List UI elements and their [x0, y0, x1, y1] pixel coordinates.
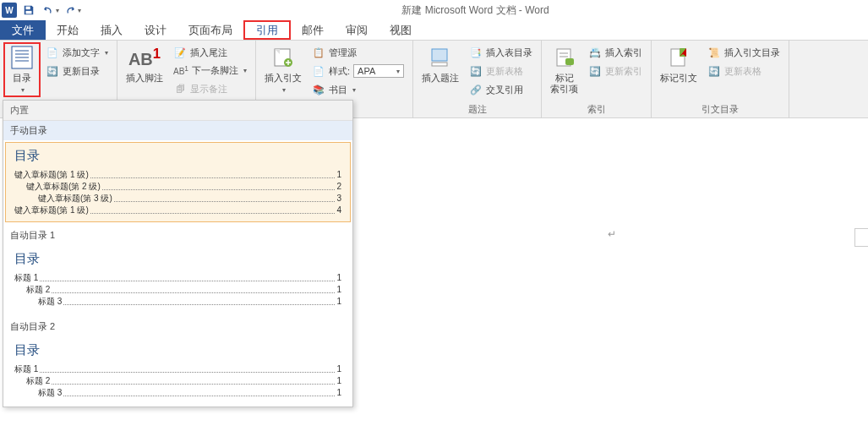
document-area[interactable]: ↵ [355, 127, 868, 442]
update-index-button: 🔄更新索引 [585, 63, 646, 79]
add-text-button[interactable]: 📄添加文字▾ [42, 44, 112, 61]
biblio-icon: 📚 [312, 83, 325, 96]
crossref-icon: 🔗 [469, 83, 483, 96]
update-icon: 🔄 [469, 64, 483, 78]
index-icon: 📇 [588, 46, 602, 59]
gallery-label-auto1: 自动目录 1 [3, 224, 352, 243]
cross-ref-button[interactable]: 🔗交叉引用 [466, 81, 536, 98]
tab-references[interactable]: 引用 [243, 20, 291, 40]
svg-rect-0 [26, 7, 30, 10]
style-icon: 📄 [312, 64, 325, 78]
toa-icon: 📜 [707, 46, 721, 59]
tab-design[interactable]: 设计 [134, 20, 177, 40]
insert-citation-button[interactable]: 插入引文▾ [259, 42, 307, 97]
group-label-toa: 引文目录 [655, 101, 785, 117]
ribbon-tabs: 文件 开始 插入 设计 页面布局 引用 邮件 审阅 视图 [0, 20, 868, 41]
mark-citation-button[interactable]: 标记引文 [655, 42, 702, 85]
tof-icon: 📑 [469, 46, 483, 59]
caption-icon [427, 44, 454, 71]
update-table-button: 🔄更新表格 [466, 63, 536, 79]
add-text-icon: 📄 [46, 46, 59, 59]
tab-file[interactable]: 文件 [0, 20, 46, 40]
notes-icon: 🗐 [173, 82, 187, 95]
tab-mailings[interactable]: 邮件 [291, 20, 335, 40]
window-title: 新建 Microsoft Word 文档 - Word [83, 3, 868, 18]
insert-tof-button[interactable]: 📑插入表目录 [466, 44, 536, 61]
endnote-icon: 📝 [173, 46, 187, 59]
group-captions: 插入题注 📑插入表目录 🔄更新表格 🔗交叉引用 题注 [413, 41, 542, 117]
insert-toa-button[interactable]: 📜插入引文目录 [704, 44, 783, 61]
title-bar: W ▾ ▾ 新建 Microsoft Word 文档 - Word [0, 0, 868, 20]
citation-icon [270, 44, 297, 71]
refresh-icon: 🔄 [46, 64, 59, 78]
tab-view[interactable]: 视图 [379, 20, 423, 40]
show-notes-button: 🗐显示备注 [170, 80, 250, 97]
svg-rect-10 [432, 63, 447, 66]
redo-icon[interactable]: ▾ [63, 1, 83, 19]
mark-entry-icon [551, 44, 578, 71]
undo-icon[interactable]: ▾ [41, 1, 61, 19]
insert-endnote-button[interactable]: 📝插入尾注 [170, 44, 250, 61]
tab-home[interactable]: 开始 [46, 20, 90, 40]
cursor-icon: ↵ [608, 228, 616, 240]
update-toa-button: 🔄更新表格 [704, 63, 783, 79]
tab-layout[interactable]: 页面布局 [177, 20, 243, 40]
save-icon[interactable] [19, 1, 39, 19]
toc-icon [8, 44, 35, 71]
group-label-captions: 题注 [417, 101, 538, 117]
insert-footnote-button[interactable]: AB1 插入脚注 [121, 42, 168, 85]
app-icon: W [2, 3, 17, 18]
manage-icon: 📋 [312, 46, 325, 59]
update-index-icon: 🔄 [588, 64, 602, 78]
group-toa: 标记引文 📜插入引文目录 🔄更新表格 引文目录 [652, 41, 789, 117]
bibliography-button[interactable]: 📚书目▾ [308, 81, 407, 98]
toc-option-manual[interactable]: 目录 键入章标题(第 1 级)1 键入章标题(第 2 级)2 键入章标题(第 3… [5, 142, 351, 222]
footnote-icon: AB1 [131, 44, 158, 71]
next-footnote-button[interactable]: AB1下一条脚注▾ [170, 63, 250, 79]
group-index: 标记 索引项 📇插入索引 🔄更新索引 索引 [542, 41, 652, 117]
gallery-header-builtin: 内置 [3, 101, 352, 121]
mark-citation-icon [665, 44, 692, 71]
update-toc-button[interactable]: 🔄更新目录 [42, 63, 112, 79]
group-label-index: 索引 [545, 101, 647, 117]
svg-rect-9 [432, 49, 447, 61]
citation-style-select[interactable]: 📄样式: APA▾ [308, 63, 407, 79]
tab-review[interactable]: 审阅 [335, 20, 379, 40]
manage-sources-button[interactable]: 📋管理源 [308, 44, 407, 61]
toc-option-auto1[interactable]: 目录 标题 11 标题 21 标题 31 [5, 245, 351, 314]
page-edge [854, 228, 868, 247]
tab-insert[interactable]: 插入 [90, 20, 134, 40]
gallery-label-manual: 手动目录 [3, 121, 352, 140]
insert-caption-button[interactable]: 插入题注 [417, 42, 464, 85]
toc-button[interactable]: 目录▾ [3, 42, 41, 97]
svg-rect-14 [565, 58, 574, 65]
mark-entry-button[interactable]: 标记 索引项 [545, 42, 583, 96]
gallery-label-auto2: 自动目录 2 [3, 315, 352, 335]
svg-rect-1 [26, 11, 32, 14]
toc-gallery-dropdown: 内置 手动目录 目录 键入章标题(第 1 级)1 键入章标题(第 2 级)2 键… [3, 100, 353, 407]
toc-option-auto2[interactable]: 目录 标题 11 标题 21 标题 31 [5, 336, 351, 405]
update-toa-icon: 🔄 [707, 64, 721, 78]
insert-index-button[interactable]: 📇插入索引 [585, 44, 646, 61]
